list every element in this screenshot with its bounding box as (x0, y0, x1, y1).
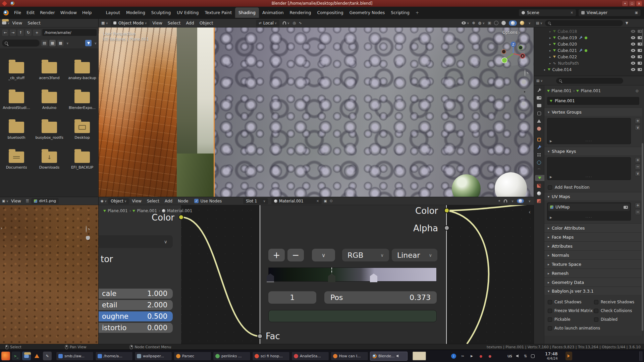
panel-uv-maps[interactable]: ▾UV Maps (544, 192, 642, 200)
add-rest-position-checkbox[interactable] (548, 185, 552, 190)
folder-item[interactable]: Arduino (42, 89, 57, 110)
workspace-tab-sculpting[interactable]: Sculpting (149, 10, 173, 15)
properties-search-box[interactable] (556, 78, 623, 84)
window-minimize-button[interactable]: ▾ (622, 1, 628, 6)
filter-chevron-icon[interactable]: ∨ (94, 42, 97, 45)
filebrowser-menu-view[interactable]: View (10, 20, 25, 25)
ramp-color-socket[interactable] (444, 208, 449, 213)
viewlayer-selector[interactable]: ViewLayer ▣ (579, 9, 641, 16)
nav-refresh-button[interactable]: ↻ (25, 29, 32, 36)
outliner-row[interactable]: ▸Cube.022 (534, 54, 642, 60)
vertex-groups-list[interactable]: ▶···· (547, 118, 631, 144)
pickable-checkbox[interactable] (548, 317, 552, 322)
task-button-analie[interactable]: AnalieSta... (291, 352, 329, 361)
ramp-add-stop-button[interactable]: + (268, 249, 285, 261)
viewport-zoom-icon[interactable] (525, 70, 525, 76)
workspace-tab-shading[interactable]: Shading (235, 7, 259, 18)
color-picker-window-thumb[interactable] (413, 352, 426, 360)
region-expand-icon[interactable]: › (1, 226, 2, 231)
vertex-group-specials-button[interactable]: ∨ (635, 125, 641, 130)
noise-dimensions-dropdown[interactable]: ∨ (99, 235, 173, 248)
workspace-tab-animation[interactable]: Animation (260, 10, 286, 15)
viewport-menu-select[interactable]: Select (165, 20, 183, 25)
workspace-tab-uv-editing[interactable]: UV Editing (174, 10, 201, 15)
menu-help[interactable]: Help (79, 10, 95, 15)
noise-distortion-slider[interactable]: istortio 0.000 (99, 323, 173, 333)
new-folder-button[interactable]: + (33, 29, 41, 36)
tab-tool[interactable] (535, 87, 543, 93)
task-button-home[interactable]: /home/a... (95, 352, 133, 361)
panel-face-maps[interactable]: ▸Face Maps (544, 232, 642, 241)
image-zoom-icon[interactable] (86, 226, 87, 232)
folder-item[interactable]: Desktop (74, 119, 90, 140)
shading-solid-icon[interactable] (501, 21, 506, 25)
render-uv-icon[interactable] (624, 206, 628, 209)
folder-item[interactable]: bluetooth (8, 119, 25, 140)
image-menu-view[interactable]: View (8, 198, 24, 203)
folder-item[interactable]: ↓Downloads (39, 148, 59, 170)
network-icon[interactable]: ⇅ (524, 354, 527, 358)
folder-item[interactable]: anakey-backup (68, 59, 96, 80)
terminal-launcher-icon[interactable]: >_ (12, 352, 20, 360)
show-desktop-button[interactable] (639, 351, 643, 361)
unlink-material-icon[interactable]: × (316, 199, 319, 203)
resize-grip[interactable]: ···· (586, 175, 593, 179)
folder-item[interactable]: acers3fand (39, 59, 59, 80)
keyboard-layout-indicator[interactable]: us (507, 354, 512, 358)
overlays-icon[interactable]: ◍∨ (478, 21, 485, 25)
task-button-scifi[interactable]: sci fi hosp... (252, 352, 290, 361)
slot-dropdown[interactable]: Slot 1∨ (243, 198, 268, 204)
image-datablock[interactable]: dirt1.png (31, 198, 59, 204)
noise-detail-slider[interactable]: etail 2.000 (99, 300, 173, 310)
overlays-toggle-icon[interactable] (517, 199, 524, 203)
app-menu-icon[interactable] (1, 352, 10, 360)
outliner-row[interactable]: ▸Cube.021 (534, 47, 642, 54)
viewport-menu-object[interactable]: Object (197, 20, 216, 25)
panel-geometry-data[interactable]: ▸Geometry Data (544, 278, 642, 287)
outliner-display-mode-icon[interactable]: ▤∨ (536, 21, 542, 25)
noise-roughness-slider[interactable]: oughne 0.500 (99, 311, 173, 321)
outliner-row[interactable]: ▸∿NurbsPath (534, 60, 642, 66)
tab-texture-checker[interactable] (535, 198, 543, 204)
nav-forward-button[interactable]: → (10, 29, 16, 36)
task-button-smb[interactable]: smb://aw... (56, 352, 94, 361)
editor-type-3d-icon[interactable]: ▦∨ (101, 21, 108, 25)
display-grid-button[interactable]: ▦ (49, 40, 56, 46)
workspace-tab-add[interactable]: + (413, 10, 422, 15)
panel-color-attributes[interactable]: ▸Color Attributes (544, 223, 642, 232)
region-collapse-icon[interactable]: ‹ (529, 209, 531, 215)
cast-shadows-checkbox[interactable] (548, 300, 552, 304)
image-canvas[interactable] (0, 205, 99, 344)
workspace-tab-layout[interactable]: Layout (103, 10, 123, 15)
workspace-tab-scripting[interactable]: Scripting (388, 10, 412, 15)
resize-grip[interactable]: ···· (586, 216, 593, 219)
ramp-colormode-dropdown[interactable]: Linear∨ (392, 249, 437, 261)
scene-unlink-icon[interactable]: × (571, 11, 573, 14)
menu-render[interactable]: Render (37, 10, 58, 15)
noise-color-socket[interactable] (178, 215, 184, 220)
mode-dropdown[interactable]: Object Mode∨ (111, 20, 150, 26)
hamburger-icon[interactable]: ☰ (26, 199, 29, 203)
window-maximize-button[interactable]: ▢ (629, 1, 635, 6)
add-shape-key-button[interactable]: + (635, 157, 641, 163)
object-name-field[interactable]: Plane.001 (547, 97, 639, 105)
ramp-fac-socket[interactable] (257, 334, 263, 339)
panel-texture-space[interactable]: ▸Texture Space (544, 259, 642, 268)
shape-key-specials-button[interactable]: ∨ (635, 171, 641, 176)
tab-view-layer[interactable] (535, 110, 543, 116)
viewport-pan-hand-icon[interactable] (522, 80, 526, 84)
specials-icon[interactable]: ▶ (550, 175, 552, 179)
file-search-input[interactable] (9, 41, 33, 45)
workspace-tab-texture-paint[interactable]: Texture Paint (202, 10, 234, 15)
shading-rendered-icon[interactable] (520, 21, 524, 25)
snap-magnet-icon[interactable]: ∨ (283, 21, 289, 25)
folder-item[interactable]: busybox_rootfs (35, 119, 63, 140)
ramp-pos-slider[interactable]: Pos 0.373 (324, 291, 437, 304)
add-uvmap-button[interactable]: + (635, 202, 641, 208)
tab-scene[interactable] (535, 118, 543, 124)
workspace-tab-geometry-nodes[interactable]: Geometry Nodes (347, 10, 387, 15)
noise-scale-slider[interactable]: cale 1.000 (99, 289, 173, 299)
notifications-icon[interactable] (531, 354, 535, 358)
filebrowser-menu-select[interactable]: Select (25, 20, 43, 25)
overlays-chevron-icon[interactable]: ∨ (528, 199, 531, 203)
